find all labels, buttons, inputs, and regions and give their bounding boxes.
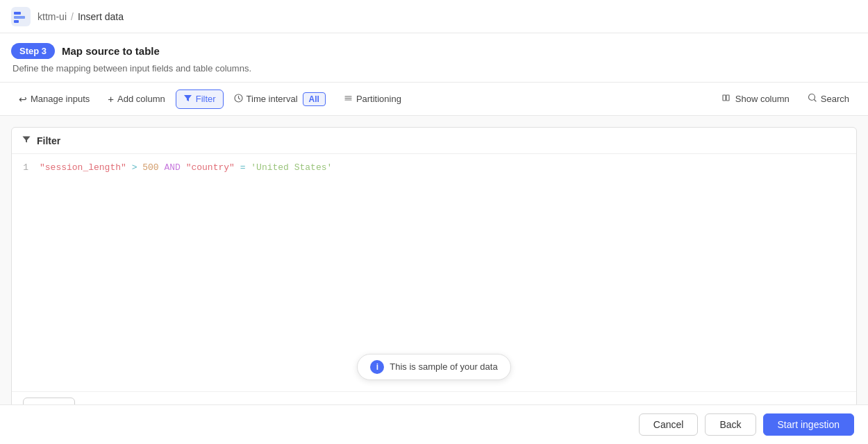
svg-rect-6 (726, 95, 729, 101)
partitioning-icon (344, 94, 353, 105)
toolbar-right: Show column Search (715, 89, 857, 109)
partitioning-label: Partitioning (356, 94, 401, 104)
show-column-label: Show column (735, 94, 790, 104)
breadcrumb-current: Insert data (78, 11, 124, 22)
search-icon (808, 93, 817, 105)
filter-button[interactable]: Filter (176, 89, 224, 109)
show-column-button[interactable]: Show column (715, 89, 797, 109)
time-interval-value: All (303, 92, 326, 106)
code-val1: 500 (142, 162, 158, 173)
step-badge: Step 3 (11, 43, 55, 59)
manage-inputs-icon: ↩ (19, 94, 27, 105)
show-column-icon (722, 93, 732, 105)
start-ingestion-button[interactable]: Start ingestion (763, 413, 855, 436)
filter-header: Filter (12, 128, 856, 154)
breadcrumb: kttm-ui / Insert data (37, 11, 124, 22)
partitioning-button[interactable]: Partitioning (336, 89, 409, 109)
code-val2: 'United States' (251, 162, 332, 173)
code-op1: > (126, 162, 142, 173)
breadcrumb-separator: / (71, 11, 74, 22)
filter-panel: Filter 1 "session_length" > 500 AND "cou… (11, 127, 857, 424)
header: kttm-ui / Insert data (0, 0, 868, 33)
svg-rect-3 (14, 20, 19, 23)
search-button[interactable]: Search (800, 89, 857, 109)
code-field1: "session_length" (40, 162, 126, 173)
add-column-icon: + (108, 93, 114, 105)
sample-tooltip: i This is sample of your data (357, 354, 510, 380)
info-icon: i (370, 360, 384, 374)
manage-inputs-button[interactable]: ↩ Manage inputs (11, 89, 97, 109)
breadcrumb-app[interactable]: kttm-ui (37, 11, 67, 22)
svg-rect-5 (723, 95, 726, 101)
code-content: "session_length" > 500 AND "country" = '… (40, 161, 332, 175)
sample-tooltip-area: i This is sample of your data (12, 343, 856, 386)
footer: Cancel Back Start ingestion (0, 404, 868, 444)
filter-header-icon (22, 135, 31, 146)
time-interval-label: Time interval (247, 94, 298, 104)
add-column-button[interactable]: + Add column (100, 89, 172, 109)
add-column-label: Add column (117, 94, 165, 104)
app-logo (11, 7, 31, 26)
search-label: Search (821, 94, 849, 104)
time-interval-icon (234, 94, 243, 105)
code-op2: = (235, 162, 251, 173)
filter-panel-title: Filter (37, 135, 60, 146)
step-title: Map source to table (62, 45, 160, 57)
filter-label: Filter (196, 94, 216, 104)
main-content: Filter 1 "session_length" > 500 AND "cou… (0, 116, 868, 444)
toolbar: ↩ Manage inputs + Add column Filter Time… (0, 83, 868, 116)
cancel-button[interactable]: Cancel (639, 413, 699, 436)
code-field2: "country" (186, 162, 235, 173)
filter-icon (183, 94, 192, 105)
back-button[interactable]: Back (705, 413, 756, 436)
time-interval-button[interactable]: Time interval All (226, 88, 333, 110)
step-section: Step 3 Map source to table Define the ma… (0, 33, 868, 83)
step-description: Define the mapping between input fields … (11, 63, 857, 74)
line-number: 1 (12, 161, 40, 173)
page-wrapper: kttm-ui / Insert data Step 3 Map source … (0, 0, 868, 444)
code-kw: AND (159, 162, 186, 173)
svg-rect-2 (14, 16, 25, 19)
svg-rect-1 (14, 12, 21, 15)
sample-tooltip-text: This is sample of your data (390, 361, 497, 372)
manage-inputs-label: Manage inputs (31, 94, 90, 104)
filter-body[interactable]: 1 "session_length" > 500 AND "country" =… (12, 154, 856, 391)
code-line-1: 1 "session_length" > 500 AND "country" =… (12, 160, 856, 176)
